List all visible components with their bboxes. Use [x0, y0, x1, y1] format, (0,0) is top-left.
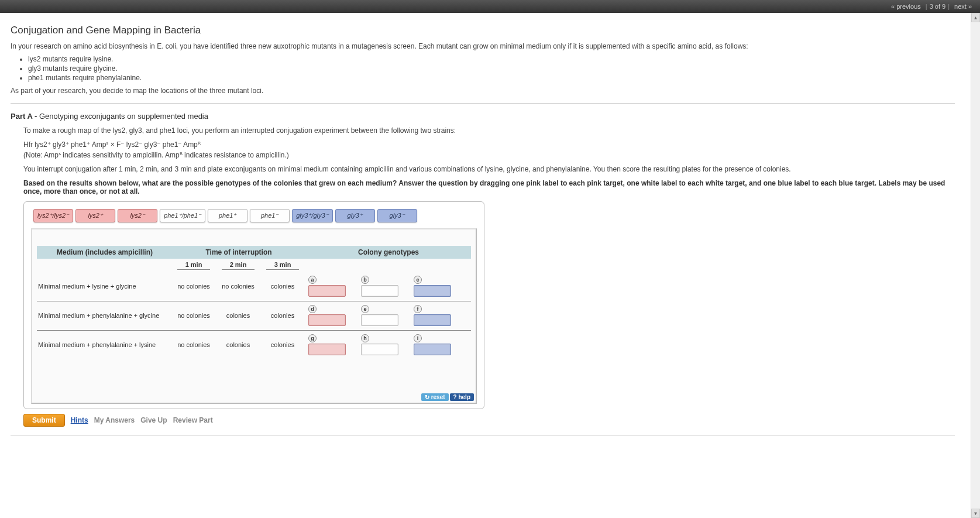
target-g[interactable]: [308, 344, 346, 355]
target-letter: i: [414, 334, 422, 342]
time-subheader: 1 min 2 min 3 min: [37, 259, 471, 272]
part-a-instructions: Based on the results shown below, what a…: [23, 179, 955, 195]
target-letter: f: [414, 305, 422, 313]
list-item: gly3 mutants require glycine.: [28, 64, 955, 73]
reset-button[interactable]: ↻ reset: [421, 393, 449, 401]
table-header: Medium (includes ampicillin) Time of int…: [37, 246, 471, 259]
part-a-heading: Part A - Genotyping exconjugants on supp…: [11, 112, 955, 121]
intro-text: In your research on amino acid biosynthe…: [11, 42, 955, 50]
result-cell: colonies: [260, 312, 305, 319]
label-lys2-both[interactable]: lys2⁺/lys2⁻: [33, 209, 73, 222]
target-i[interactable]: [414, 344, 451, 355]
medium-cell: Minimal medium + phenylalanine + lysine: [37, 341, 171, 348]
list-item: phe1 mutants require phenylalanine.: [28, 74, 955, 82]
th-genotypes: Colony genotypes: [306, 248, 471, 256]
medium-cell: Minimal medium + phenylalanine + glycine: [37, 312, 171, 319]
target-letter: e: [361, 305, 369, 313]
target-d[interactable]: [308, 314, 346, 326]
label-lys2-minus[interactable]: lys2⁻: [118, 209, 157, 222]
next-link[interactable]: next »: [954, 3, 972, 10]
target-b[interactable]: [361, 285, 398, 297]
label-gly3-both[interactable]: gly3⁺/gly3⁻: [292, 209, 332, 222]
target-letter: b: [361, 276, 369, 284]
list-item: lys2 mutants require lysine.: [28, 55, 955, 63]
result-cell: no colonies: [171, 341, 216, 348]
label-lys2-plus[interactable]: lys2⁺: [75, 209, 115, 222]
hints-link[interactable]: Hints: [71, 416, 88, 424]
scrollbar[interactable]: ▲ ▼: [971, 13, 980, 467]
target-letter: g: [308, 334, 317, 342]
target-a[interactable]: [308, 285, 346, 297]
target-letter: d: [308, 305, 317, 313]
divider: [11, 435, 955, 435]
target-letter: h: [361, 334, 369, 342]
review-part-link[interactable]: Review Part: [173, 416, 213, 424]
intro-text-2: As part of your research, you decide to …: [11, 87, 955, 95]
table-row: Minimal medium + lysine + glycine no col…: [37, 272, 471, 301]
part-a-p1: To make a rough map of the lys2, gly3, a…: [23, 126, 955, 135]
top-nav-bar: « previous | 3 of 9 | next »: [0, 0, 980, 13]
result-cell: no colonies: [216, 283, 260, 290]
page-title: Conjugation and Gene Mapping in Bacteria: [11, 25, 955, 36]
nav-position: 3 of 9: [930, 3, 946, 10]
submit-button[interactable]: Submit: [23, 414, 65, 427]
labels-row: lys2⁺/lys2⁻ lys2⁺ lys2⁻ phe1⁺/phe1⁻ phe1…: [31, 209, 477, 222]
label-gly3-minus[interactable]: gly3⁻: [377, 209, 417, 222]
result-cell: colonies: [260, 341, 305, 348]
medium-cell: Minimal medium + lysine + glycine: [37, 283, 171, 290]
my-answers-link[interactable]: My Answers: [94, 416, 135, 424]
scroll-up-arrow[interactable]: ▲: [971, 13, 980, 22]
target-h[interactable]: [361, 344, 398, 355]
part-a-p2: You interrupt conjugation after 1 min, 2…: [23, 165, 955, 173]
action-bar: Submit Hints My Answers Give Up Review P…: [23, 414, 955, 427]
result-cell: no colonies: [171, 283, 216, 290]
target-f[interactable]: [414, 314, 451, 326]
result-cell: colonies: [260, 283, 305, 290]
result-cell: colonies: [216, 341, 260, 348]
label-phe1-both[interactable]: phe1⁺/phe1⁻: [160, 209, 205, 222]
th-medium: Medium (includes ampicillin): [37, 248, 171, 256]
nav-sep: |: [948, 3, 950, 10]
help-button[interactable]: ? help: [450, 393, 474, 401]
result-cell: colonies: [216, 312, 260, 319]
label-gly3-plus[interactable]: gly3⁺: [335, 209, 375, 222]
th-time: Time of interruption: [171, 248, 306, 256]
label-phe1-minus[interactable]: phe1⁻: [250, 209, 290, 222]
mutant-list: lys2 mutants require lysine. gly3 mutant…: [28, 55, 955, 82]
target-letter: a: [308, 276, 317, 284]
amp-note: (Note: Ampˢ indicates sensitivity to amp…: [23, 151, 955, 159]
table-row: Minimal medium + phenylalanine + glycine…: [37, 301, 471, 331]
result-cell: no colonies: [171, 312, 216, 319]
table-row: Minimal medium + phenylalanine + lysine …: [37, 331, 471, 360]
work-area: Medium (includes ampicillin) Time of int…: [31, 228, 477, 404]
divider: [11, 103, 955, 104]
target-c[interactable]: [414, 285, 451, 297]
label-phe1-plus[interactable]: phe1⁺: [208, 209, 247, 222]
cross-genotype: Hfr lys2⁺ gly3⁺ phe1⁺ Ampˢ × F⁻ lys2⁻ gl…: [23, 140, 955, 149]
target-letter: c: [414, 276, 422, 284]
nav-sep: |: [926, 3, 927, 10]
give-up-link[interactable]: Give Up: [140, 416, 167, 424]
prev-link[interactable]: « previous: [891, 3, 921, 10]
target-e[interactable]: [361, 314, 398, 326]
drag-drop-panel: lys2⁺/lys2⁻ lys2⁺ lys2⁻ phe1⁺/phe1⁻ phe1…: [23, 201, 484, 409]
